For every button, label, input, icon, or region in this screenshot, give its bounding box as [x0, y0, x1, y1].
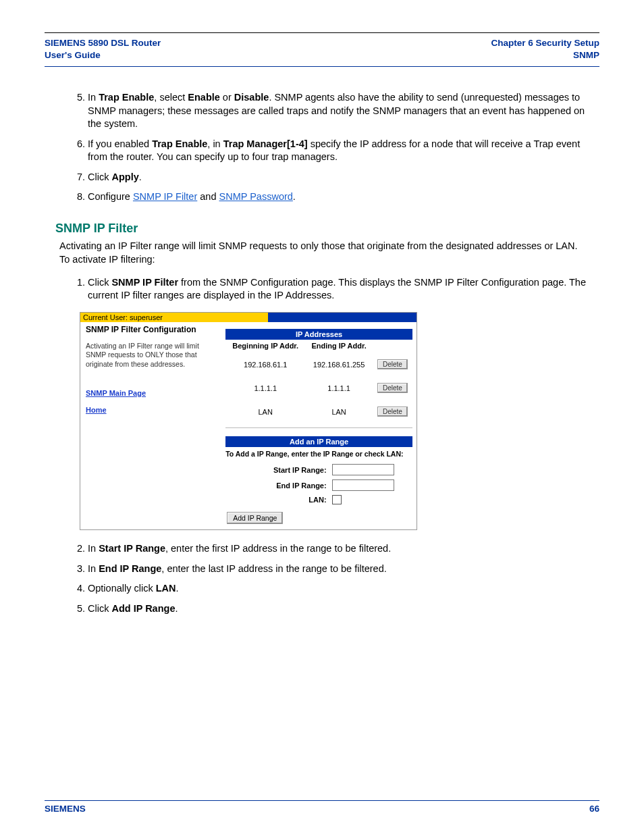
table-row: 192.168.61.1 192.168.61.255 Delete — [225, 353, 412, 376]
section-step-2: In Start IP Range, enter the first IP ad… — [88, 542, 589, 556]
section-intro: Activating an IP Filter range will limit… — [55, 240, 589, 266]
section-step-3: In End IP Range, enter the last IP addre… — [88, 563, 589, 576]
lan-label: LAN: — [225, 496, 331, 504]
step-8: Configure SNMP IP Filter and SNMP Passwo… — [88, 190, 589, 204]
delete-button[interactable]: Delete — [377, 383, 408, 393]
instruction-list-top: In Trap Enable, select Enable or Disable… — [55, 91, 589, 204]
section-step-1: Click SNMP IP Filter from the SNMP Confi… — [88, 276, 589, 303]
snmp-ip-filter-screenshot: Current User: superuser SNMP IP Filter C… — [80, 312, 417, 530]
snmp-main-page-link[interactable]: SNMP Main Page — [86, 389, 216, 398]
current-user-bar: Current User: superuser — [80, 313, 268, 322]
col-beginning-ip: Beginning IP Addr. — [225, 340, 305, 353]
config-desc: Activating an IP Filter range will limit… — [86, 342, 216, 368]
step-6: If you enabled Trap Enable, in Trap Mana… — [88, 138, 589, 164]
delete-button[interactable]: Delete — [377, 359, 408, 369]
snmp-password-link[interactable]: SNMP Password — [219, 191, 293, 202]
header-title-right-1: Chapter 6 Security Setup — [491, 37, 599, 49]
page-number: 66 — [589, 804, 599, 814]
page-footer: SIEMENS 66 — [45, 800, 599, 814]
step-5: In Trap Enable, select Enable or Disable… — [88, 91, 589, 131]
start-ip-input[interactable] — [332, 464, 394, 475]
snmp-ip-filter-link[interactable]: SNMP IP Filter — [133, 191, 197, 202]
ip-addresses-table: Beginning IP Addr. Ending IP Addr. 192.1… — [225, 340, 412, 423]
end-ip-label: End IP Range: — [225, 481, 331, 490]
col-ending-ip: Ending IP Addr. — [305, 340, 373, 353]
end-ip-input[interactable] — [332, 479, 394, 491]
footer-brand: SIEMENS — [45, 804, 86, 814]
config-title: SNMP IP Filter Configuration — [86, 325, 216, 335]
header-title-left-1: SIEMENS 5890 DSL Router — [45, 37, 161, 49]
add-ip-note: To Add a IP Range, enter the IP Range or… — [225, 447, 412, 462]
instruction-list-bottom: In Start IP Range, enter the first IP ad… — [55, 542, 589, 615]
start-ip-label: Start IP Range: — [225, 466, 331, 474]
section-title-snmp-ip-filter: SNMP IP Filter — [55, 221, 589, 236]
add-ip-range-button[interactable]: Add IP Range — [227, 512, 283, 524]
home-link[interactable]: Home — [86, 406, 216, 415]
section-step-4: Optionally click LAN. — [88, 582, 589, 596]
table-row: 1.1.1.1 1.1.1.1 Delete — [225, 376, 412, 400]
delete-button[interactable]: Delete — [377, 407, 408, 417]
step-7: Click Apply. — [88, 171, 589, 184]
page-header: SIEMENS 5890 DSL Router User's Guide Cha… — [45, 34, 599, 67]
ip-addresses-header: IP Addresses — [225, 329, 412, 340]
section-step-5: Click Add IP Range. — [88, 602, 589, 616]
lan-checkbox[interactable] — [332, 495, 342, 504]
table-row: LAN LAN Delete — [225, 400, 412, 423]
header-title-right-2: SNMP — [491, 49, 599, 61]
topbar-blue — [268, 313, 417, 322]
instruction-list-section: Click SNMP IP Filter from the SNMP Confi… — [55, 276, 589, 303]
header-title-left-2: User's Guide — [45, 49, 161, 61]
add-ip-range-header: Add an IP Range — [225, 436, 412, 447]
